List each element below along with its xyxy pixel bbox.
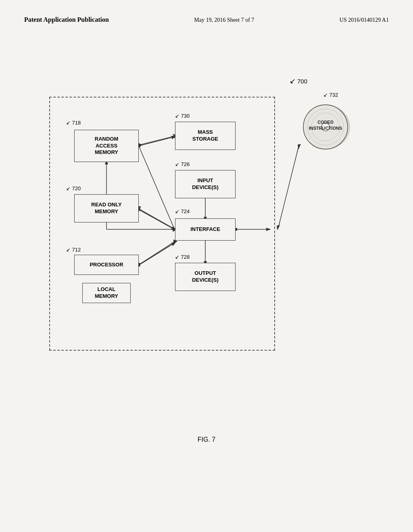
ref-724: ↙ 724 xyxy=(175,208,190,214)
disc-svg: CODED INSTRUCTIONS xyxy=(299,101,352,153)
svg-line-0 xyxy=(139,137,175,146)
svg-text:INSTRUCTIONS: INSTRUCTIONS xyxy=(309,126,342,131)
ref-726: ↙ 726 xyxy=(175,161,190,167)
mass-storage-box: MASSSTORAGE xyxy=(175,122,236,150)
ref-718: ↙ 718 xyxy=(66,120,81,126)
ref-728: ↙ 728 xyxy=(175,254,190,260)
rom-box: READ ONLYMEMORY xyxy=(74,194,139,222)
ref-712: ↙ 712 xyxy=(66,247,81,253)
input-devices-box: INPUTDEVICE(S) xyxy=(175,170,236,198)
svg-line-14 xyxy=(139,241,175,265)
patent-header-center: May 19, 2016 Sheet 7 of 7 xyxy=(194,17,254,23)
svg-line-2 xyxy=(139,210,175,230)
ram-box: RANDOMACCESSMEMORY xyxy=(74,130,139,162)
processor-box: PROCESSOR xyxy=(74,255,139,275)
patent-header-left: Patent Application Publication xyxy=(24,16,109,23)
fig-caption: FIG. 7 xyxy=(198,436,215,443)
svg-text:CODED: CODED xyxy=(317,120,334,125)
svg-marker-33 xyxy=(277,225,280,231)
ref-720: ↙ 720 xyxy=(66,185,81,191)
svg-line-1 xyxy=(139,146,175,231)
ref-732: ↙ 732 xyxy=(323,92,338,98)
svg-marker-22 xyxy=(266,228,271,231)
svg-line-32 xyxy=(278,147,298,228)
svg-line-11 xyxy=(139,209,175,229)
fig-700-label: ↙ 700 xyxy=(290,77,307,85)
coded-instructions-container: ↙ 732 CODED INSTRUCTIONS xyxy=(299,101,352,155)
svg-line-4 xyxy=(139,136,174,145)
patent-header-right: US 2016/0140129 A1 xyxy=(340,17,389,23)
local-memory-box: LOCALMEMORY xyxy=(82,283,131,303)
main-dashed-box: ↙ 718 RANDOMACCESSMEMORY ↙ 720 READ ONLY… xyxy=(49,97,275,351)
interface-box: INTERFACE xyxy=(175,218,236,241)
ref-730: ↙ 730 xyxy=(175,113,190,119)
svg-line-3 xyxy=(139,243,175,265)
output-devices-box: OUTPUTDEVICE(S) xyxy=(175,263,236,291)
